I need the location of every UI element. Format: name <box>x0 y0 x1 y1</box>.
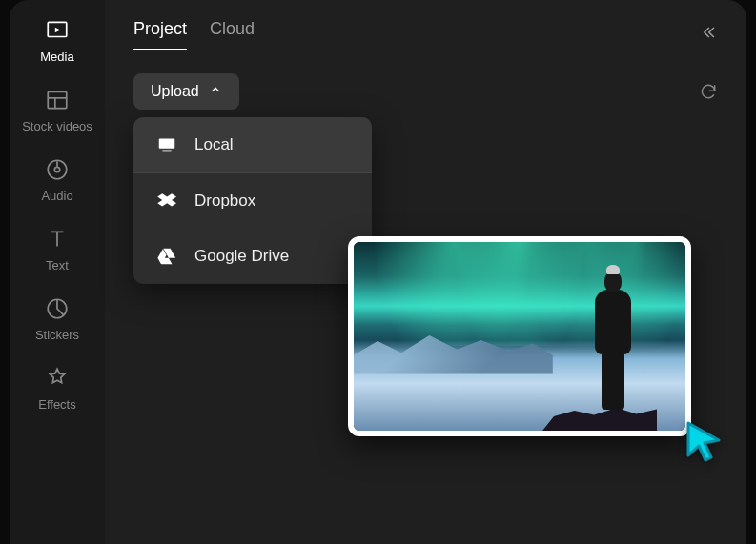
svg-rect-8 <box>162 151 171 152</box>
preview-image <box>354 242 685 431</box>
dropdown-item-local[interactable]: Local <box>133 117 372 173</box>
sidebar-item-label: Stickers <box>35 328 79 342</box>
tab-project[interactable]: Project <box>133 19 187 50</box>
sidebar-item-stock-videos[interactable]: Stock videos <box>10 87 105 133</box>
sidebar-item-label: Stock videos <box>22 119 92 133</box>
dropdown-item-label: Dropbox <box>194 191 255 211</box>
upload-button[interactable]: Upload <box>133 73 239 110</box>
dropdown-item-dropbox[interactable]: Dropbox <box>133 173 372 229</box>
sidebar-item-label: Audio <box>41 189 72 203</box>
audio-icon <box>44 156 71 183</box>
upload-dropdown: Local Dropbox Google Drive <box>133 117 372 284</box>
tab-cloud[interactable]: Cloud <box>210 19 255 50</box>
svg-rect-1 <box>48 91 67 108</box>
google-drive-icon <box>156 246 177 267</box>
dropbox-icon <box>156 191 177 212</box>
effects-icon <box>44 365 71 392</box>
media-preview-thumbnail[interactable] <box>348 236 691 436</box>
sidebar-item-stickers[interactable]: Stickers <box>10 295 105 342</box>
sidebar-item-label: Effects <box>38 397 76 412</box>
text-icon <box>44 226 71 252</box>
media-icon <box>44 17 71 44</box>
refresh-button[interactable] <box>699 82 718 101</box>
dropdown-item-label: Google Drive <box>194 247 289 266</box>
panel-header: Project Cloud <box>133 19 718 50</box>
sidebar-item-media[interactable]: Media <box>10 17 105 64</box>
sidebar-item-effects[interactable]: Effects <box>10 365 105 412</box>
panel-tabs: Project Cloud <box>133 19 255 50</box>
chevron-up-icon <box>209 83 222 100</box>
panel-toolbar: Upload <box>133 73 718 110</box>
svg-rect-7 <box>159 139 175 149</box>
layout-icon <box>44 87 71 113</box>
upload-button-label: Upload <box>151 83 199 100</box>
sidebar-item-label: Text <box>46 258 69 272</box>
cursor-icon <box>683 419 726 463</box>
sidebar-item-label: Media <box>40 50 73 64</box>
sidebar-item-audio[interactable]: Audio <box>10 156 105 203</box>
sidebar: Media Stock videos Audio Text Stickers <box>10 0 105 544</box>
svg-point-5 <box>54 167 59 171</box>
stickers-icon <box>44 295 71 322</box>
monitor-icon <box>156 134 177 155</box>
sidebar-item-text[interactable]: Text <box>10 226 105 272</box>
collapse-panel-button[interactable] <box>699 23 718 47</box>
dropdown-item-label: Local <box>194 135 234 154</box>
dropdown-item-google-drive[interactable]: Google Drive <box>133 229 372 284</box>
